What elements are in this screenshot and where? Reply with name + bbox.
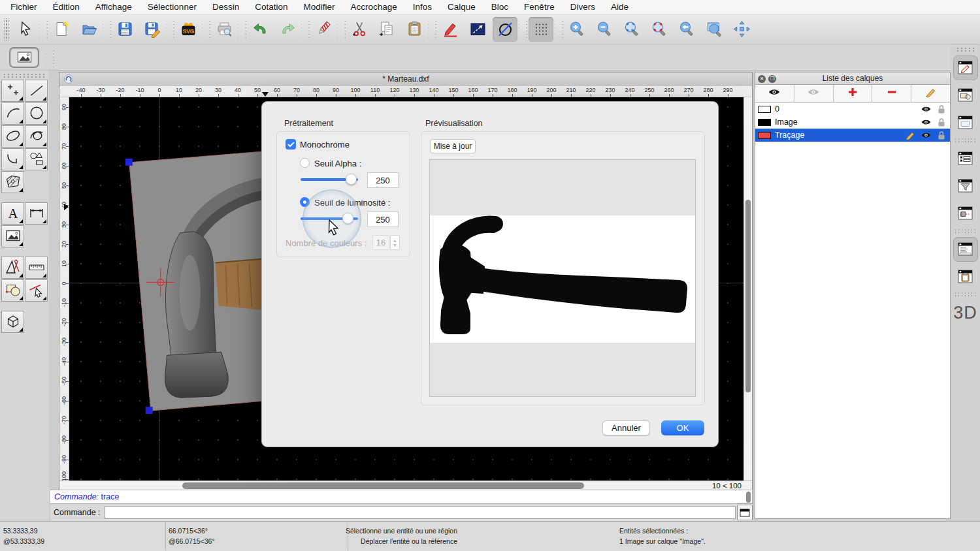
monochrome-checkbox[interactable] <box>286 139 296 150</box>
command-panel-toggle-button[interactable] <box>953 237 978 262</box>
menu-cotation[interactable]: Cotation <box>255 2 287 12</box>
alpha-slider-knob[interactable] <box>346 174 357 185</box>
freehand-draw-button[interactable] <box>438 17 463 42</box>
edit-layer-button[interactable] <box>911 85 950 102</box>
update-preview-button[interactable]: Mise à jour <box>430 139 476 153</box>
layers-panel-toggle-button[interactable] <box>953 55 978 80</box>
luminosity-threshold-value[interactable] <box>367 212 399 227</box>
cut-button[interactable] <box>347 17 372 42</box>
selection-handle-top-left[interactable] <box>125 159 133 166</box>
luminosity-threshold-slider[interactable] <box>301 217 358 220</box>
menu-fenetre[interactable]: Fenêtre <box>524 2 555 12</box>
command-history-scrollbar[interactable] <box>746 492 751 503</box>
menu-infos[interactable]: Infos <box>413 2 432 12</box>
hide-all-layers-button[interactable] <box>794 85 834 102</box>
menu-bloc[interactable]: Bloc <box>491 2 508 12</box>
boolean-tool-button[interactable] <box>1 279 24 302</box>
layer-lock-icon[interactable] <box>936 118 947 127</box>
ellipse-tool-button[interactable] <box>1 125 24 148</box>
zoom-out-button[interactable] <box>592 17 617 42</box>
spline-tool-button[interactable] <box>25 125 48 148</box>
save-as-button[interactable] <box>140 17 165 42</box>
menu-selectionner[interactable]: Sélectionner <box>148 2 197 12</box>
list-panel-toggle-button[interactable] <box>953 146 978 171</box>
toolbar-drag-handle[interactable] <box>4 18 9 40</box>
selection-handle-bottom-left[interactable] <box>146 407 153 414</box>
strip-drag-handle[interactable] <box>956 47 975 52</box>
layer-lock-icon[interactable] <box>936 104 947 114</box>
select-cursor-button[interactable] <box>13 17 38 42</box>
alpha-threshold-radio[interactable] <box>300 158 310 168</box>
layer-lock-icon[interactable] <box>936 131 947 140</box>
copy-button[interactable] <box>374 17 399 42</box>
menu-calque[interactable]: Calque <box>448 2 476 12</box>
command-input[interactable] <box>105 506 736 519</box>
luminosity-threshold-radio[interactable] <box>300 197 310 207</box>
add-layer-button[interactable] <box>834 85 873 102</box>
menu-divers[interactable]: Divers <box>570 2 595 12</box>
cancel-button[interactable]: Annuler <box>602 420 650 435</box>
pen-panel-toggle-button[interactable] <box>953 201 978 226</box>
hatch-tool-button[interactable] <box>1 171 24 193</box>
show-all-layers-button[interactable] <box>755 85 794 102</box>
arc-tool-button[interactable] <box>1 102 24 125</box>
alpha-threshold-value[interactable] <box>367 172 399 188</box>
grid-toggle-button[interactable] <box>529 17 553 42</box>
layer-visibility-icon[interactable] <box>920 118 932 127</box>
text-tool-button[interactable]: A <box>1 202 24 225</box>
remove-layer-button[interactable] <box>872 85 911 102</box>
eraser-button[interactable] <box>311 17 336 42</box>
svg-export-button[interactable]: SVG <box>176 17 201 42</box>
save-button[interactable] <box>112 17 137 42</box>
image-tool-button[interactable] <box>1 225 24 247</box>
horizontal-scrollbar-thumb[interactable] <box>182 482 584 489</box>
layer-row-tracage[interactable]: Traçage <box>755 129 950 142</box>
solid-tool-button[interactable] <box>1 311 24 333</box>
edit-layer-icon[interactable] <box>904 131 916 140</box>
command-window-button[interactable] <box>737 505 753 520</box>
zoom-window-button[interactable] <box>702 17 727 42</box>
zoom-auto-button[interactable] <box>619 17 644 42</box>
redo-button[interactable] <box>275 17 300 42</box>
blocks-panel-toggle-button[interactable] <box>953 83 978 108</box>
menu-aide[interactable]: Aide <box>611 2 629 12</box>
close-panel-icon[interactable]: ✕ <box>758 75 766 83</box>
undo-button[interactable] <box>248 17 272 42</box>
horizontal-scrollbar[interactable]: 10 < 100 <box>59 480 752 490</box>
new-file-button[interactable] <box>49 17 74 42</box>
luminosity-slider-knob[interactable] <box>342 213 353 224</box>
clipboard-panel-toggle-button[interactable] <box>953 264 978 289</box>
menu-affichage[interactable]: Affichage <box>95 2 132 12</box>
line-tool-button[interactable] <box>25 80 48 102</box>
construction-tool-button[interactable] <box>1 257 24 279</box>
zoom-selection-button[interactable] <box>647 17 672 42</box>
vertical-scrollbar[interactable] <box>743 97 752 480</box>
circle-tool-button[interactable] <box>25 102 48 125</box>
layer-row-0[interactable]: 0 <box>755 102 950 116</box>
polyline-edit-button[interactable] <box>465 17 490 42</box>
open-file-button[interactable] <box>76 17 101 42</box>
points-tool-button[interactable] <box>1 80 24 102</box>
command-history[interactable]: Commande: trace <box>50 490 753 504</box>
menu-accrochage[interactable]: Accrochage <box>350 2 397 12</box>
pan-button[interactable] <box>729 17 754 42</box>
menu-dessin[interactable]: Dessin <box>212 2 239 12</box>
menu-edition[interactable]: Édition <box>53 2 80 12</box>
zoom-previous-button[interactable] <box>674 17 699 42</box>
undock-panel-icon[interactable]: ❐ <box>768 75 776 83</box>
layer-visibility-icon[interactable] <box>920 104 932 114</box>
alpha-threshold-slider[interactable] <box>301 178 358 181</box>
filter-panel-toggle-button[interactable] <box>953 174 978 198</box>
zoom-in-button[interactable] <box>564 17 589 42</box>
paste-button[interactable] <box>402 17 427 42</box>
vertical-scrollbar-thumb[interactable] <box>745 200 751 392</box>
library-panel-toggle-button[interactable] <box>953 110 978 135</box>
modify-tool-button[interactable] <box>25 279 48 302</box>
layer-visibility-icon[interactable] <box>920 131 932 140</box>
image-tool-button[interactable] <box>9 47 39 68</box>
dimension-tool-button[interactable] <box>25 202 48 225</box>
measure-tool-button[interactable] <box>25 257 48 279</box>
palette-drag-handle[interactable] <box>3 73 46 78</box>
ok-button[interactable]: OK <box>661 420 704 435</box>
print-preview-button[interactable] <box>212 17 237 42</box>
